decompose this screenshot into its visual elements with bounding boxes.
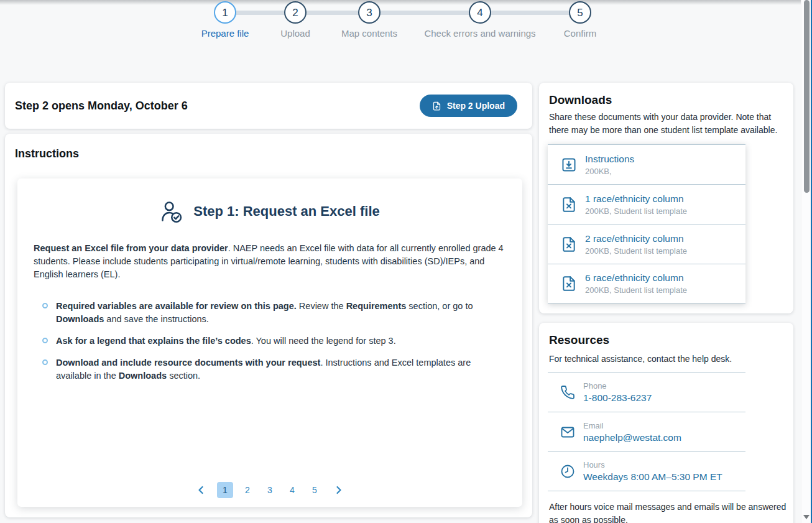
stepper-steps: 1 Prepare file 2 Upload 3 Map contents 4… [0, 0, 812, 45]
chevron-left-icon [195, 484, 207, 496]
clock-icon [560, 464, 575, 479]
bullet-text-segment: Review the [297, 301, 346, 311]
download-item-title[interactable]: 6 race/ethnicity column [585, 272, 687, 284]
download-item-meta: 200KB, Student list template [585, 246, 687, 256]
download-item[interactable]: 2 race/ethnicity column 200KB, Student l… [548, 224, 745, 264]
download-item-text: 2 race/ethnicity column 200KB, Student l… [585, 233, 687, 256]
step-number-circle: 2 [284, 1, 307, 24]
downloads-title: Downloads [549, 93, 612, 107]
step-number-circle: 4 [469, 1, 491, 24]
instruction-bullet: Ask for a legend that explains the file’… [42, 335, 506, 348]
bullet-text-segment: Downloads [56, 314, 104, 324]
next-page-button[interactable] [329, 484, 349, 496]
stepper-step-5[interactable]: 5 Confirm [518, 1, 642, 39]
step-label: Map contents [307, 28, 431, 39]
person-check-icon [160, 200, 183, 223]
downloads-panel: Downloads Share these documents with you… [539, 83, 793, 313]
chevron-right-icon [333, 484, 345, 496]
instructions-title: Instructions [15, 147, 79, 160]
download-item-meta: 200KB, Student list template [585, 206, 687, 216]
step-number-circle: 3 [358, 1, 381, 24]
resource-item-text: Phone 1-800-283-6237 [583, 381, 652, 404]
page-number-3[interactable]: 3 [262, 482, 278, 498]
wizard-stepper: 1 Prepare file 2 Upload 3 Map contents 4… [0, 0, 812, 45]
excel-file-icon [561, 275, 577, 292]
resource-item-text: Email naephelp@westat.com [583, 421, 681, 443]
resource-item-label: Phone [583, 381, 652, 391]
resource-item: Email naephelp@westat.com [548, 412, 745, 451]
instructions-card: Instructions Step 1: Request an Excel fi… [5, 134, 532, 517]
page-number-2[interactable]: 2 [239, 482, 256, 498]
resource-item-label: Hours [583, 460, 722, 470]
instruction-bullet-list: Required variables are available for rev… [42, 300, 506, 382]
resource-item-value: Weekdays 8:00 AM–5:30 PM ET [583, 471, 722, 483]
after-hours-note: After hours voice mail messages and emai… [549, 501, 787, 523]
resource-item-value[interactable]: 1-800-283-6237 [583, 392, 652, 404]
instruction-bullet: Required variables are available for rev… [42, 300, 506, 326]
resources-list: Phone 1-800-283-6237 Email naephelp@west… [548, 372, 745, 491]
step2-banner-card: Step 2 opens Monday, October 6 Step 2 Up… [5, 83, 532, 129]
instruction-step-panel: Step 1: Request an Excel file Request an… [17, 178, 522, 507]
download-item-text: 1 race/ethnicity column 200KB, Student l… [585, 193, 687, 216]
bullet-text-segment: Download and include resource documents … [56, 358, 320, 368]
step-label: Confirm [518, 28, 642, 39]
intro-paragraph: Request an Excel file from your data pro… [34, 242, 506, 281]
download-item-meta: 200KB, Student list template [585, 285, 687, 295]
resource-item-value[interactable]: naephelp@westat.com [583, 432, 681, 443]
step-heading: Step 1: Request an Excel file [17, 178, 522, 223]
bullet-text-segment: Ask for a legend that explains the file’… [56, 336, 251, 346]
download-item-title[interactable]: 2 race/ethnicity column [585, 233, 687, 244]
downloads-description: Share these documents with your data pro… [549, 111, 787, 137]
download-item-title[interactable]: Instructions [585, 154, 634, 165]
file-upload-icon [432, 101, 441, 111]
page-number-list: 12345 [217, 482, 323, 498]
resource-item: Hours Weekdays 8:00 AM–5:30 PM ET [548, 451, 745, 491]
instruction-bullet: Download and include resource documents … [42, 356, 506, 382]
banner-title: Step 2 opens Monday, October 6 [15, 100, 188, 113]
download-item[interactable]: Instructions 200KB, [548, 144, 745, 184]
resource-item-text: Hours Weekdays 8:00 AM–5:30 PM ET [583, 460, 722, 483]
download-item[interactable]: 6 race/ethnicity column 200KB, Student l… [548, 264, 745, 303]
bullet-text-segment: and save the instructions. [104, 314, 208, 324]
page-number-1[interactable]: 1 [217, 482, 233, 498]
bullet-text-segment: Downloads [119, 371, 167, 381]
step2-upload-button[interactable]: Step 2 Upload [420, 95, 517, 117]
resources-panel: Resources For technical assistance, cont… [539, 323, 793, 523]
step-heading-text: Step 1: Request an Excel file [193, 203, 380, 220]
bullet-text-segment: section. [167, 371, 200, 381]
downloads-list: Instructions 200KB, 1 race/ethnicity col… [548, 144, 745, 303]
phone-icon [560, 385, 575, 400]
bullet-text-segment: . You will need the legend for step 3. [251, 336, 396, 346]
stepper-step-3[interactable]: 3 Map contents [307, 1, 431, 39]
download-item-title[interactable]: 1 race/ethnicity column [585, 193, 687, 205]
bullet-text-segment: section, or go to [406, 301, 473, 311]
bullet-text: Download and include resource documents … [56, 358, 471, 381]
step-number-circle: 5 [569, 1, 591, 24]
bullet-text: Ask for a legend that explains the file’… [56, 336, 396, 346]
resources-description: For technical assistance, contact the he… [549, 353, 787, 366]
pdf-download-icon [561, 157, 577, 173]
bullet-circle-icon [42, 359, 48, 365]
bullet-text-segment: Requirements [346, 301, 407, 311]
bullet-text: Required variables are available for rev… [56, 301, 473, 324]
download-item-text: Instructions 200KB, [585, 154, 634, 176]
pagination: 12345 [17, 482, 522, 498]
page-number-4[interactable]: 4 [284, 482, 300, 498]
scrollbar-down-arrow-icon[interactable] [803, 515, 810, 519]
resource-item: Phone 1-800-283-6237 [548, 372, 745, 412]
step2-upload-button-label: Step 2 Upload [447, 101, 505, 111]
intro-bold-text: Request an Excel file from your data pro… [34, 243, 228, 253]
scrollbar-thumb[interactable] [804, 0, 810, 193]
resource-item-label: Email [583, 421, 681, 430]
excel-file-icon [561, 197, 577, 213]
page-number-5[interactable]: 5 [307, 482, 323, 498]
download-item-meta: 200KB, [585, 167, 634, 176]
excel-file-icon [561, 236, 577, 252]
resources-title: Resources [549, 333, 609, 347]
bullet-circle-icon [42, 303, 48, 308]
email-icon [560, 425, 575, 440]
download-item[interactable]: 1 race/ethnicity column 200KB, Student l… [548, 184, 745, 224]
bullet-circle-icon [42, 338, 48, 343]
prev-page-button[interactable] [191, 484, 211, 496]
page: 1 Prepare file 2 Upload 3 Map contents 4… [0, 0, 812, 523]
